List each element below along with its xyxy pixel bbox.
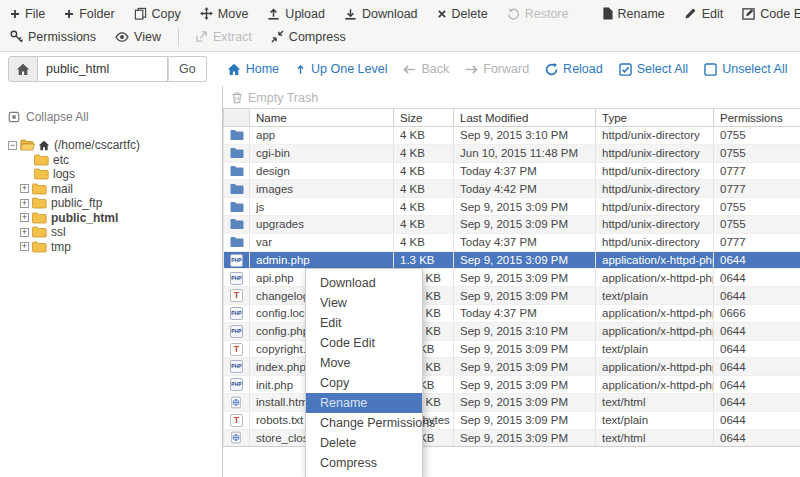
toolbar-view-button[interactable]: View: [109, 28, 167, 46]
go-button[interactable]: Go: [168, 56, 207, 82]
nav-up-one-level-link[interactable]: Up One Level: [295, 62, 387, 76]
expand-icon[interactable]: +: [20, 228, 29, 237]
toolbar-delete-button[interactable]: Delete: [431, 5, 494, 23]
tree-item-ssl[interactable]: +ssl: [8, 225, 218, 240]
file-perms-cell: 0755: [714, 198, 800, 216]
collapse-icon[interactable]: −: [8, 141, 17, 150]
tree-item-logs[interactable]: logs: [8, 167, 218, 182]
square-icon: [704, 63, 717, 76]
menu-item-view[interactable]: View: [306, 293, 422, 313]
expand-icon[interactable]: +: [20, 213, 29, 222]
toolbar-copy-button[interactable]: Copy: [128, 5, 187, 23]
file-type-mime-cell: httpd/unix-directory: [596, 215, 714, 233]
menu-item-code-edit[interactable]: Code Edit: [306, 333, 422, 353]
nav-select-all-link[interactable]: Select All: [619, 62, 688, 76]
menu-item-change-permissions[interactable]: Change Permissions: [306, 413, 422, 433]
toolbar-file-label: File: [25, 7, 45, 21]
file-size-cell: 1.3 KB: [394, 251, 454, 269]
reload-icon: [545, 63, 558, 76]
toolbar-download-button[interactable]: Download: [338, 5, 424, 23]
file-size-cell: 4 KB: [394, 215, 454, 233]
tree-item-mail[interactable]: +mail: [8, 182, 218, 197]
file-modified-cell: Sep 9, 2015 3:09 PM: [454, 251, 596, 269]
tree-item-home-cscartfc[interactable]: −(/home/cscartfc): [8, 138, 218, 153]
tree-item-tmp[interactable]: +tmp: [8, 240, 218, 255]
tree-item-public-html[interactable]: +public_html: [8, 211, 218, 226]
path-input[interactable]: [38, 56, 168, 82]
toolbar-extract-button: Extract: [189, 28, 258, 46]
toolbar-move-button[interactable]: Move: [194, 5, 255, 23]
file-type-mime-cell: text/html: [596, 393, 714, 411]
toolbar-edit-button[interactable]: Edit: [678, 5, 730, 23]
file-row-images[interactable]: images4 KBToday 4:42 PMhttpd/unix-direct…: [224, 180, 800, 198]
file-type-mime-cell: httpd/unix-directory: [596, 233, 714, 251]
file-name-cell: admin.php: [250, 251, 394, 269]
toolbar-file-button[interactable]: File: [4, 5, 51, 23]
toolbar-code-editor-button[interactable]: Code Editor: [736, 5, 800, 23]
file-type-cell: T: [224, 340, 250, 358]
file-type-mime-cell: application/x-httpd-php: [596, 376, 714, 394]
nav-home-link[interactable]: Home: [227, 62, 279, 76]
column-header-name[interactable]: Name: [250, 109, 394, 127]
tree-item-label: public_ftp: [50, 196, 102, 210]
directory-tree: −(/home/cscartfc)etclogs+mail+public_ftp…: [8, 138, 218, 254]
column-header-type[interactable]: Type: [596, 109, 714, 127]
collapse-all-label: Collapse All: [26, 110, 89, 124]
menu-item-delete[interactable]: Delete: [306, 433, 422, 453]
compress-icon: [271, 30, 284, 43]
menu-item-download[interactable]: Download: [306, 273, 422, 293]
php-file-icon: PHP: [230, 307, 243, 320]
file-modified-cell: Today 4:42 PM: [454, 180, 596, 198]
file-type-mime-cell: text/html: [596, 429, 714, 447]
file-modified-cell: Today 4:37 PM: [454, 304, 596, 322]
file-row-cgi-bin[interactable]: cgi-bin4 KBJun 10, 2015 11:48 PMhttpd/un…: [224, 144, 800, 162]
toolbar-code-editor-label: Code Editor: [760, 7, 800, 21]
nav-unselect-all-link[interactable]: Unselect All: [704, 62, 787, 76]
file-row-js[interactable]: js4 KBSep 9, 2015 3:09 PMhttpd/unix-dire…: [224, 198, 800, 216]
file-row-app[interactable]: app4 KBSep 9, 2015 3:10 PMhttpd/unix-dir…: [224, 127, 800, 145]
toolbar-extract-label: Extract: [213, 30, 252, 44]
expand-icon[interactable]: +: [20, 199, 29, 208]
plus-icon: [10, 9, 20, 19]
text-file-icon: T: [230, 343, 243, 356]
file-row-var[interactable]: var4 KBToday 4:37 PMhttpd/unix-directory…: [224, 233, 800, 251]
expand-icon[interactable]: +: [20, 184, 29, 193]
toolbar-permissions-label: Permissions: [28, 30, 96, 44]
file-type-cell: [224, 393, 250, 411]
menu-item-compress[interactable]: Compress: [306, 453, 422, 473]
file-perms-cell: 0777: [714, 233, 800, 251]
pencil-icon: [684, 7, 697, 20]
upload-icon: [267, 7, 280, 20]
nav-reload-link[interactable]: Reload: [545, 62, 603, 76]
toolbar-folder-button[interactable]: Folder: [58, 5, 120, 23]
nav-reload-label: Reload: [563, 62, 603, 76]
toolbar-compress-button[interactable]: Compress: [265, 28, 352, 46]
php-file-icon: PHP: [230, 325, 243, 338]
extract-icon: [195, 30, 208, 43]
toolbar-permissions-button[interactable]: Permissions: [4, 28, 102, 46]
folder-icon: [230, 201, 243, 213]
checksq-icon: [619, 63, 632, 76]
expand-icon[interactable]: +: [20, 242, 29, 251]
path-bar: Go HomeUp One LevelBackForwardReloadSele…: [0, 52, 800, 86]
collapse-all-button[interactable]: Collapse All: [8, 110, 218, 124]
file-perms-cell: 0644: [714, 322, 800, 340]
tree-item-etc[interactable]: etc: [8, 153, 218, 168]
file-row-upgrades[interactable]: upgrades4 KBSep 9, 2015 3:09 PMhttpd/uni…: [224, 215, 800, 233]
menu-item-edit[interactable]: Edit: [306, 313, 422, 333]
column-header-size[interactable]: Size: [394, 109, 454, 127]
menu-item-copy[interactable]: Copy: [306, 373, 422, 393]
toolbar-folder-label: Folder: [79, 7, 114, 21]
menu-item-rename[interactable]: Rename: [306, 393, 422, 413]
column-header-last-modified[interactable]: Last Modified: [454, 109, 596, 127]
file-row-admin-php[interactable]: PHPadmin.php1.3 KBSep 9, 2015 3:09 PMapp…: [224, 251, 800, 269]
column-header-permissions[interactable]: Permissions: [714, 109, 800, 127]
menu-item-move[interactable]: Move: [306, 353, 422, 373]
file-row-design[interactable]: design4 KBToday 4:37 PMhttpd/unix-direct…: [224, 162, 800, 180]
toolbar-upload-button[interactable]: Upload: [261, 5, 331, 23]
folder-icon: [32, 226, 47, 238]
tree-item-label: mail: [50, 182, 73, 196]
file-name-cell: images: [250, 180, 394, 198]
toolbar-rename-button[interactable]: Rename: [596, 5, 671, 23]
tree-item-public-ftp[interactable]: +public_ftp: [8, 196, 218, 211]
